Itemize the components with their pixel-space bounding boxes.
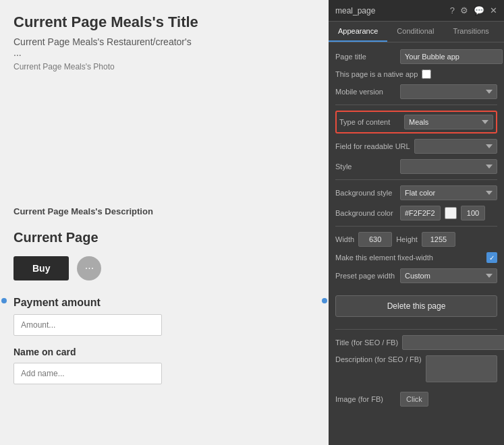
delete-page-button[interactable]: Delete this page xyxy=(335,295,497,317)
content-type-select[interactable]: Meals xyxy=(404,115,493,129)
color-swatch[interactable] xyxy=(445,207,457,219)
page-title-row: Page title xyxy=(335,49,497,64)
seo-section: Title (for SEO / FB) Description (for SE… xyxy=(335,335,497,407)
dimensions-row: Width Height xyxy=(335,232,497,247)
canvas-photo: Current Page Meals's Photo xyxy=(13,62,315,71)
payment-input[interactable] xyxy=(13,314,162,336)
seo-desc-textarea[interactable] xyxy=(426,355,497,382)
fixed-width-row: Make this element fixed-width ✓ xyxy=(335,252,497,263)
height-input[interactable] xyxy=(422,232,455,247)
chat-icon[interactable]: 💬 xyxy=(474,5,484,16)
bg-opacity-input[interactable] xyxy=(461,206,485,220)
dots-button[interactable]: ··· xyxy=(77,256,101,280)
seo-desc-row: Description (for SEO / FB) xyxy=(335,355,497,386)
divider-2 xyxy=(335,179,497,180)
settings-icon[interactable]: ⚙ xyxy=(460,5,468,16)
content-type-row: Type of content Meals xyxy=(335,111,497,134)
seo-image-click-button[interactable]: Click xyxy=(400,392,428,407)
height-label: Height xyxy=(396,235,418,243)
canvas-title: Current Page Meals's Title xyxy=(13,13,315,31)
fixed-width-label: Make this element fixed-width xyxy=(335,254,482,262)
panel-body: Page title This page is a native app Mob… xyxy=(329,42,504,445)
divider-1 xyxy=(335,105,497,105)
help-icon[interactable]: ? xyxy=(450,5,455,16)
mobile-version-select[interactable] xyxy=(400,84,497,99)
bg-style-select[interactable]: Flat color Gradient Image xyxy=(400,185,497,200)
bg-color-row: Background color xyxy=(335,206,497,220)
bg-style-row: Background style Flat color Gradient Ima… xyxy=(335,185,497,200)
bg-color-label: Background color xyxy=(335,209,396,217)
preset-width-label: Preset page width xyxy=(335,272,396,280)
mobile-version-label: Mobile version xyxy=(335,88,396,96)
bg-color-hex-input[interactable] xyxy=(400,206,441,220)
close-icon[interactable]: ✕ xyxy=(490,5,497,16)
panel-header: meal_page ? ⚙ 💬 ✕ xyxy=(329,0,504,22)
divider-4 xyxy=(335,329,497,330)
resize-handle-left[interactable] xyxy=(1,298,7,303)
preset-width-select[interactable]: Custom Desktop Tablet Mobile xyxy=(400,268,497,283)
native-app-row: This page is a native app xyxy=(335,69,497,79)
readable-url-label: Field for readable URL xyxy=(335,142,410,150)
panel-title: meal_page xyxy=(335,6,375,16)
name-input[interactable] xyxy=(13,363,162,384)
width-label: Width xyxy=(335,235,354,243)
style-row: Style xyxy=(335,159,497,174)
seo-title-input[interactable] xyxy=(402,335,504,350)
preset-width-row: Preset page width Custom Desktop Tablet … xyxy=(335,268,497,283)
tab-transitions[interactable]: Transitions xyxy=(443,22,498,42)
readable-url-row: Field for readable URL xyxy=(335,139,497,154)
seo-desc-label: Description (for SEO / FB) xyxy=(335,355,422,363)
seo-image-label: Image (for FB) xyxy=(335,395,396,403)
canvas-description: Current Page Meals's Description xyxy=(13,206,315,216)
seo-title-row: Title (for SEO / FB) xyxy=(335,335,497,350)
page-title-input[interactable] xyxy=(400,49,503,64)
mobile-version-row: Mobile version xyxy=(335,84,497,99)
fixed-width-checkbox[interactable]: ✓ xyxy=(486,252,497,263)
native-app-checkbox[interactable] xyxy=(422,69,431,79)
canvas-current-page: Current Page xyxy=(13,230,315,245)
content-type-label: Type of content xyxy=(339,118,400,126)
name-label: Name on card xyxy=(13,347,315,357)
width-input[interactable] xyxy=(358,232,392,247)
seo-title-label: Title (for SEO / FB) xyxy=(335,338,398,347)
readable-url-select[interactable] xyxy=(414,139,497,154)
native-app-label: This page is a native app xyxy=(335,70,418,78)
canvas-subtitle: Current Page Meals's Restaurent/creator'… xyxy=(13,36,315,58)
canvas-area: Current Page Meals's Title Current Page … xyxy=(0,0,329,445)
resize-handle-right[interactable] xyxy=(322,298,327,303)
style-label: Style xyxy=(335,162,396,171)
properties-panel: meal_page ? ⚙ 💬 ✕ Appearance Conditional… xyxy=(329,0,504,445)
bg-style-label: Background style xyxy=(335,189,396,197)
tab-appearance[interactable]: Appearance xyxy=(329,22,387,42)
page-title-label: Page title xyxy=(335,53,396,61)
panel-tabs: Appearance Conditional Transitions xyxy=(329,22,504,42)
tab-conditional[interactable]: Conditional xyxy=(387,22,443,42)
divider-3 xyxy=(335,226,497,227)
style-select[interactable] xyxy=(400,159,497,174)
buy-button[interactable]: Buy xyxy=(13,256,69,280)
payment-label: Payment amount xyxy=(13,297,315,309)
seo-image-row: Image (for FB) Click xyxy=(335,392,497,407)
